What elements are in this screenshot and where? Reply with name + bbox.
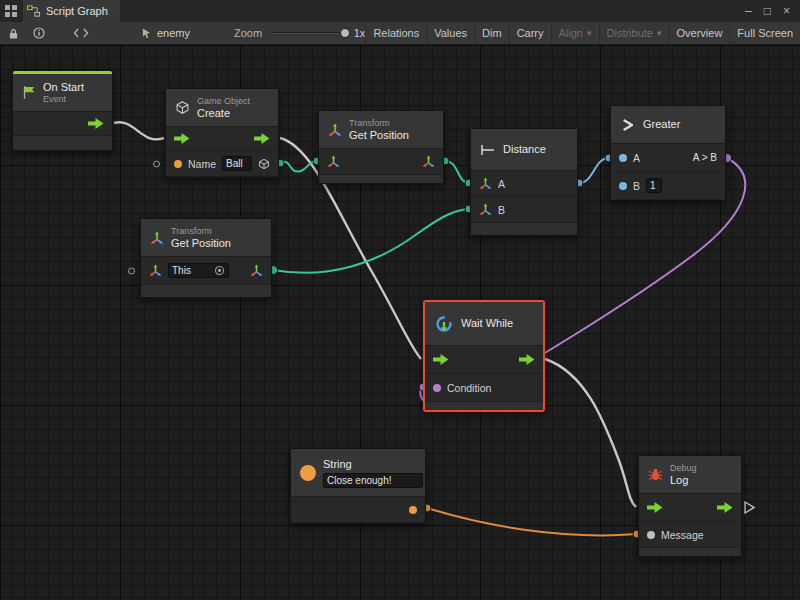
info-icon[interactable]	[33, 27, 45, 39]
maximize-button[interactable]: □	[764, 0, 771, 22]
node-header: Transform Get Position	[319, 111, 443, 149]
bool-type-icon[interactable]	[433, 384, 441, 392]
node-category: Game Object	[197, 96, 250, 107]
float-type-icon[interactable]	[619, 154, 627, 162]
string-type-icon	[300, 465, 316, 481]
b-port-label: B	[498, 204, 505, 216]
transform-in-type-icon[interactable]	[149, 264, 162, 277]
zoom-slider-handle[interactable]	[340, 28, 350, 38]
node-title: Create	[197, 107, 250, 120]
flow-out-port[interactable]	[519, 354, 535, 365]
node-subtitle: Event	[43, 94, 84, 105]
flow-out-port[interactable]	[88, 118, 104, 129]
string-type-icon	[174, 160, 182, 168]
lock-icon[interactable]	[8, 27, 19, 40]
name-value-field[interactable]	[222, 156, 252, 171]
a-port-label: A	[498, 178, 505, 190]
graph-toolbar: enemy Zoom 1x Relations Values Dim Carry…	[0, 22, 800, 45]
align-dropdown[interactable]: Align	[551, 22, 599, 44]
node-title: Log	[670, 474, 697, 487]
a-port-row: A A > B	[611, 144, 725, 172]
flow-row	[13, 112, 112, 136]
minimize-button[interactable]: –	[745, 0, 752, 22]
tab-script-graph[interactable]: Script Graph	[23, 0, 120, 22]
transform-port-row	[319, 149, 443, 175]
node-header: Wait While	[425, 302, 543, 346]
target-object-field[interactable]	[168, 263, 229, 278]
output-row	[291, 497, 425, 523]
values-button[interactable]: Values	[426, 22, 474, 44]
zoom-label: Zoom	[234, 27, 262, 39]
tab-title: Script Graph	[46, 5, 108, 17]
window-menu-icon[interactable]	[5, 5, 17, 17]
node-greater[interactable]: Greater A A > B B	[610, 105, 726, 201]
distribute-dropdown[interactable]: Distribute	[599, 22, 669, 44]
overview-button[interactable]: Overview	[669, 22, 730, 44]
window-controls: – □ ×	[745, 0, 800, 22]
node-title: String	[323, 458, 423, 471]
flow-row	[425, 346, 543, 374]
position-out-type-icon[interactable]	[250, 264, 263, 277]
node-wait-while[interactable]: Wait While Condition	[424, 301, 544, 411]
transform-input-port[interactable]	[128, 267, 135, 274]
flow-out-port[interactable]	[717, 502, 733, 513]
close-button[interactable]: ×	[783, 0, 790, 22]
vector-type-icon[interactable]	[479, 177, 492, 190]
a-port-row: A	[471, 171, 577, 197]
position-out-type-icon[interactable]	[422, 155, 435, 168]
message-port-row: Message	[639, 522, 741, 548]
transform-in-type-icon[interactable]	[327, 155, 340, 168]
node-string-literal[interactable]: String	[290, 448, 426, 524]
node-game-object-create[interactable]: Game Object Create Name	[165, 88, 279, 178]
object-picker-icon[interactable]	[214, 265, 225, 276]
wait-while-icon	[434, 314, 454, 334]
name-port-label: Name	[188, 158, 216, 170]
name-input-port[interactable]	[153, 160, 160, 167]
zoom-slider[interactable]	[272, 27, 342, 39]
relations-button[interactable]: Relations	[365, 22, 426, 44]
string-out-port[interactable]	[409, 506, 417, 514]
float-type-icon[interactable]	[619, 182, 627, 190]
node-header: Debug Log	[639, 456, 741, 494]
node-distance[interactable]: Distance A B	[470, 128, 578, 236]
code-view-icon[interactable]	[73, 28, 89, 38]
full-screen-button[interactable]: Full Screen	[729, 22, 800, 44]
node-footer	[425, 402, 543, 410]
string-value-field[interactable]	[323, 473, 423, 488]
node-get-position-ball[interactable]: Transform Get Position	[318, 110, 444, 184]
carry-button[interactable]: Carry	[509, 22, 551, 44]
node-debug-log[interactable]: Debug Log Message	[638, 455, 742, 557]
node-footer	[141, 285, 271, 297]
node-on-start-event[interactable]: On Start Event	[12, 70, 113, 151]
graph-owner[interactable]: enemy	[141, 27, 190, 39]
transform-port-row	[141, 257, 271, 285]
node-get-position-this[interactable]: Transform Get Position	[140, 218, 272, 298]
node-category: Debug	[670, 463, 697, 474]
message-type-icon[interactable]	[647, 531, 655, 539]
a-port-label: A	[633, 152, 640, 164]
dim-button[interactable]: Dim	[474, 22, 509, 44]
node-title: Get Position	[171, 237, 231, 250]
node-category: Transform	[171, 226, 231, 237]
b-port-row: B	[611, 172, 725, 200]
target-object-input[interactable]	[172, 264, 212, 277]
condition-port-row: Condition	[425, 374, 543, 402]
flow-out-port[interactable]	[254, 133, 270, 144]
flow-in-port[interactable]	[647, 502, 663, 513]
node-footer	[471, 223, 577, 235]
flow-in-port[interactable]	[174, 133, 190, 144]
game-object-type-icon	[258, 158, 270, 170]
b-port-label: B	[633, 180, 640, 192]
flow-row	[639, 494, 741, 522]
greater-icon	[620, 117, 636, 133]
zoom-value: 1x	[354, 27, 366, 39]
script-graph-icon	[27, 5, 40, 17]
node-footer	[319, 175, 443, 183]
node-header: Greater	[611, 106, 725, 144]
flag-icon	[22, 85, 36, 100]
flow-in-port[interactable]	[433, 354, 449, 365]
b-value-field[interactable]	[646, 178, 662, 193]
node-header: Transform Get Position	[141, 219, 271, 257]
title-bar: Script Graph – □ ×	[0, 0, 800, 22]
vector-type-icon[interactable]	[479, 203, 492, 216]
